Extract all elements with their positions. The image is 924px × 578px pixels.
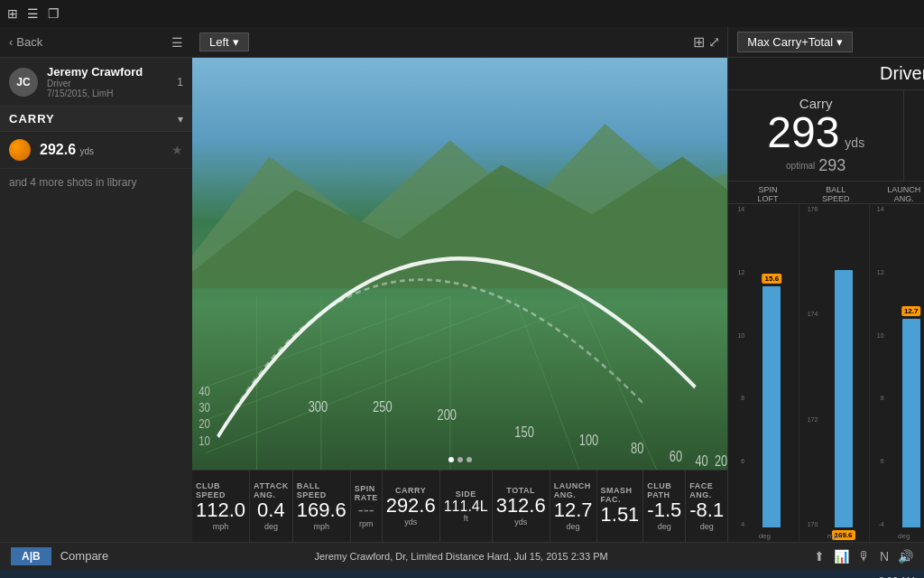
view-controls: Left ▾ ⊞ ⤢: [192, 27, 727, 58]
taskbar: ⊞ 🦊 ✉ Inbox - jwallace@... 👤 TPS TPS Tra…: [0, 569, 924, 578]
tick-172: 172: [799, 416, 818, 423]
taskbar-person[interactable]: 👤: [172, 571, 199, 578]
more-shots-label: and 4 more shots in library: [0, 169, 192, 196]
badge-launch-ang: 12.7: [901, 306, 921, 316]
bottom-info: Jeremy Crawford, Dr, Limited Distance Ha…: [117, 551, 805, 562]
trajectory-svg: 300 250 200 150 100 80 60 40 20 40 30 20…: [192, 58, 727, 470]
scene-dot-3[interactable]: [467, 457, 472, 462]
stat-total: TOTAL 312.6 yds: [493, 471, 550, 542]
chart-launch-ang: 14 12 10 8 6 -4 12.7 deg: [870, 204, 924, 542]
grid-icon[interactable]: ⊞: [693, 33, 705, 51]
chart-spin-loft: 14 12 10 8 6 4 15.6 deg: [730, 204, 799, 542]
tick-174: 174: [799, 311, 818, 317]
player-date: 7/15/2015, LimH: [47, 89, 168, 98]
view-btn-icons: ⊞ ⤢: [693, 33, 720, 51]
taskbar-tps1[interactable]: TPS: [200, 571, 237, 578]
stat-carry: CARRY 292.6 yds: [383, 471, 440, 542]
taskbar-inbox[interactable]: ✉ Inbox - jwallace@...: [69, 571, 171, 578]
carry-total-row: Carry 293 yds optimal 293 Total 313 yds …: [728, 90, 924, 182]
carry-optimal-label: optimal: [786, 161, 815, 171]
svg-text:60: 60: [670, 448, 682, 464]
carry-value: 293: [767, 111, 839, 154]
back-label: Back: [16, 35, 42, 49]
microphone-icon[interactable]: 🎙: [858, 549, 871, 564]
right-panel: Max Carry+Total ▾ ⊞ ⤢ Driver Carry 293 y…: [727, 27, 924, 542]
carry-optimal-value: 293: [818, 156, 845, 175]
max-carry-button[interactable]: Max Carry+Total ▾: [737, 32, 853, 52]
shot-value: 292.6 yds: [40, 142, 94, 158]
golf-scene: 300 250 200 150 100 80 60 40 20 40 30 20…: [192, 58, 727, 470]
player-name: Jeremy Crawford: [47, 65, 168, 79]
shot-item[interactable]: 292.6 yds ★: [0, 132, 192, 169]
svg-text:40: 40: [199, 384, 210, 399]
svg-text:100: 100: [579, 432, 598, 448]
section-title: CARRY: [9, 112, 178, 126]
shot-ball-icon: [9, 139, 31, 161]
tick-14b: 14: [870, 206, 884, 212]
tick-8a: 8: [730, 395, 744, 401]
tab-ab[interactable]: A|B: [11, 547, 51, 565]
chart-unit-spin-loft: deg: [730, 532, 799, 540]
bar-ball-speed: 169.6: [835, 270, 853, 527]
hamburger-icon[interactable]: ☰: [171, 35, 183, 50]
bar-spin-loft: 15.6: [762, 286, 781, 527]
avatar: JC: [9, 68, 38, 97]
stat-club-speed: CLUB SPEED 112.0 mph: [192, 471, 250, 542]
player-count: 1: [177, 76, 183, 89]
svg-text:150: 150: [514, 424, 533, 440]
tick-6a: 6: [730, 458, 744, 464]
tick-6b: 6: [870, 458, 884, 464]
chart-header-spin-loft: SPINLOFT: [734, 185, 801, 203]
start-button[interactable]: ⊞: [4, 571, 36, 578]
stat-side: SIDE 111.4L ft: [440, 471, 493, 542]
star-icon[interactable]: ★: [171, 143, 183, 157]
svg-text:80: 80: [631, 440, 643, 456]
badge-spin-loft: 15.6: [762, 274, 782, 284]
svg-text:40: 40: [695, 453, 707, 470]
title-bar: ⊞ ☰ ❐: [0, 0, 924, 27]
dropdown-chevron-icon: ▾: [836, 35, 843, 49]
carry-column: Carry 293 yds optimal 293: [728, 90, 904, 181]
player-row: JC Jeremy Crawford Driver 7/15/2015, Lim…: [0, 58, 192, 107]
tick-m4b: -4: [870, 521, 884, 527]
tab-compare[interactable]: Compare: [60, 549, 108, 563]
upload-icon[interactable]: ⬆: [814, 549, 825, 564]
total-column: Total 313 yds optimal 318: [904, 90, 924, 181]
speaker-icon[interactable]: 🔊: [898, 549, 913, 564]
expand-icon[interactable]: ⤢: [708, 33, 720, 51]
file-icon[interactable]: ❐: [48, 6, 60, 21]
back-button[interactable]: ‹ Back: [9, 35, 42, 49]
view-left-button[interactable]: Left ▾: [199, 33, 249, 51]
taskbar-time: 8:06 AM 7/16/2015: [871, 574, 915, 578]
stat-launch-ang: LAUNCH ANG. 12.7 deg: [550, 471, 597, 542]
taskbar-tps2[interactable]: TPS TrackMan Perfor...: [240, 571, 346, 578]
carry-optimal-row: optimal 293: [786, 156, 845, 175]
scene-dot-1[interactable]: [448, 457, 454, 462]
svg-text:10: 10: [199, 433, 210, 448]
chart-header-ball-speed: BALLSPEED: [802, 185, 870, 203]
svg-text:250: 250: [373, 399, 392, 415]
chart-icon[interactable]: 📊: [834, 549, 849, 564]
tick-10b: 10: [870, 332, 884, 339]
chart-ball-speed: 176 174 172 170 169.6 mph: [799, 204, 869, 542]
tick-176: 176: [799, 206, 818, 212]
dropdown-arrow-icon: ▾: [233, 35, 239, 49]
list-icon[interactable]: ☰: [27, 6, 39, 21]
tick-8b: 8: [870, 395, 884, 401]
carry-unit: yds: [845, 135, 864, 150]
back-arrow-icon: ‹: [9, 35, 13, 49]
scene-dot-2[interactable]: [457, 457, 463, 462]
svg-text:200: 200: [438, 407, 457, 424]
trackman-n-icon[interactable]: N: [880, 549, 889, 564]
taskbar-firefox[interactable]: 🦊: [38, 571, 67, 578]
chevron-down-icon: ▾: [178, 113, 183, 126]
stat-face-ang: FACE ANG. -8.1 deg: [686, 471, 727, 542]
windows-icon[interactable]: ⊞: [7, 6, 18, 21]
svg-line-3: [205, 302, 514, 420]
bar-launch-ang: 12.7: [902, 319, 920, 527]
carry-main-row: 293 yds: [767, 111, 864, 154]
main-layout: ‹ Back ☰ JC Jeremy Crawford Driver 7/15/…: [0, 27, 924, 542]
stat-club-path: CLUB PATH -1.5 deg: [643, 471, 686, 542]
svg-text:300: 300: [309, 399, 328, 415]
section-header[interactable]: CARRY ▾: [0, 107, 192, 132]
